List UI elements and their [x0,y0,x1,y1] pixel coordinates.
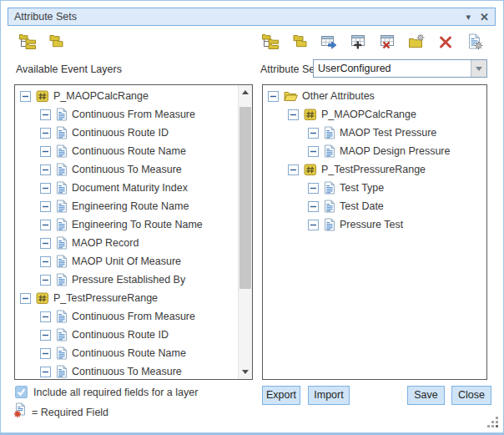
tree-row[interactable]: Pressure Established By [15,271,237,289]
folder-settings-icon[interactable] [408,33,425,50]
tree-row[interactable]: Engineering Route Name [15,197,237,215]
tree-item-label[interactable]: Continuous Route ID [72,329,169,341]
open-attribute-set-folders-icon[interactable] [48,33,64,50]
collapse-expander-icon[interactable] [40,238,51,249]
document-settings-icon[interactable] [466,33,483,50]
tree-row[interactable]: P_MAOPCalcRange [263,105,486,124]
add-table-icon[interactable] [350,33,366,50]
tree-row[interactable]: Continuous From Measure [15,307,237,326]
scroll-up-button[interactable] [239,86,252,99]
panel-menu-icon[interactable]: ▾ [466,13,471,22]
remove-table-icon[interactable] [379,33,396,50]
collapse-expander-icon[interactable] [40,164,51,175]
tree-row[interactable]: Continuous To Measure [15,362,237,379]
add-attribute-set-tree-icon[interactable] [262,33,279,50]
collapse-expander-icon[interactable] [40,128,51,139]
collapse-expander-icon[interactable] [40,275,51,286]
collapse-expander-icon[interactable] [308,128,319,139]
collapse-expander-icon[interactable] [40,348,51,359]
tree-item-label[interactable]: P_TestPressureRange [53,292,158,304]
tree-item-label[interactable]: MAOP Design Pressure [340,145,450,157]
collapse-expander-icon[interactable] [308,220,319,230]
tree-item-label[interactable]: Engineering Route Name [72,200,189,212]
collapse-expander-icon[interactable] [40,367,51,377]
tree-row[interactable]: MAOP Test Pressure [263,124,486,142]
required-field-icon [13,402,28,422]
scroll-down-button[interactable] [239,366,252,378]
tree-item-label[interactable]: Continuous To Measure [72,366,182,377]
include-required-fields-checkbox[interactable] [15,386,28,398]
tree-item-label[interactable]: Continuous From Measure [72,311,195,322]
save-button[interactable]: Save [407,386,445,405]
tree-row[interactable]: Test Date [263,197,486,215]
combobox-dropdown-button[interactable] [471,60,486,77]
tree-row[interactable]: P_TestPressureRange [263,160,486,179]
tree-row[interactable]: Continuous Route ID [15,326,237,344]
tree-item-label[interactable]: Engineering To Route Name [72,219,203,230]
tree-row[interactable]: Pressure Test [263,215,486,234]
collapse-expander-icon[interactable] [40,311,51,322]
collapse-expander-icon[interactable] [40,220,51,230]
close-button[interactable]: Close [451,386,491,405]
field-icon [324,144,335,158]
tree-item-label[interactable]: Other Attributes [302,90,375,102]
tree-item-label[interactable]: MAOP Record [72,237,139,249]
tree-item-label[interactable]: Pressure Established By [72,274,185,286]
tree-row[interactable]: MAOP Design Pressure [263,142,486,160]
scrollbar-thumb[interactable] [239,107,251,289]
tree-row[interactable]: Other Attributes [263,87,486,105]
tree-item-label[interactable]: Continuous To Measure [72,164,182,175]
tree-item-label[interactable]: P_MAOPCalcRange [321,109,416,120]
tree-item-label[interactable]: MAOP Unit Of Measure [72,255,181,267]
tree-item-label[interactable]: P_MAOPCalcRange [53,90,149,102]
tree-item-label[interactable]: Pressure Test [340,219,403,230]
collapse-expander-icon[interactable] [20,293,31,304]
resize-grip[interactable] [487,417,499,428]
collapse-expander-icon[interactable] [308,201,319,212]
tree-item-label[interactable]: Test Date [340,200,384,212]
event-layer-icon [304,163,317,176]
tree-row[interactable]: MAOP Record [15,234,237,252]
tree-item-label[interactable]: Document Maturity Index [72,182,188,194]
field-icon [56,126,68,139]
export-table-icon[interactable] [320,33,337,50]
tree-row[interactable]: P_TestPressureRange [15,289,237,307]
tree-item-label[interactable]: Test Type [340,182,384,194]
tree-row[interactable]: Continuous From Measure [15,105,237,124]
collapse-expander-icon[interactable] [40,330,51,341]
tree-row[interactable]: P_MAOPCalcRange [15,87,237,105]
attribute-set-combobox[interactable]: UserConfigured [313,59,487,78]
export-button[interactable]: Export [262,386,300,405]
collapse-expander-icon[interactable] [40,146,51,157]
tree-row[interactable]: Continuous Route ID [15,124,237,142]
collapse-expander-icon[interactable] [20,91,31,102]
tree-item-label[interactable]: Continuous Route Name [72,145,186,157]
collapse-expander-icon[interactable] [288,109,299,120]
tree-item-label[interactable]: Continuous Route Name [72,347,186,359]
tree-item-label[interactable]: P_TestPressureRange [321,164,426,175]
add-attribute-set-tree-icon[interactable] [19,33,36,50]
collapse-expander-icon[interactable] [40,183,51,194]
tree-row[interactable]: Engineering To Route Name [15,215,237,234]
collapse-expander-icon[interactable] [288,164,299,175]
tree-row[interactable]: Continuous To Measure [15,160,237,179]
tree-row[interactable]: MAOP Unit Of Measure [15,252,237,271]
collapse-expander-icon[interactable] [40,109,51,120]
import-button[interactable]: Import [308,386,350,405]
tree-row[interactable]: Continuous Route Name [15,142,237,160]
collapse-expander-icon[interactable] [308,146,319,157]
tree-row[interactable]: Test Type [263,179,486,197]
collapse-expander-icon[interactable] [40,201,51,212]
vertical-scrollbar[interactable] [238,85,252,379]
collapse-expander-icon[interactable] [308,183,319,194]
tree-row[interactable]: Document Maturity Index [15,179,237,197]
tree-item-label[interactable]: Continuous Route ID [72,127,169,139]
tree-row[interactable]: Continuous Route Name [15,344,237,362]
delete-icon[interactable] [437,33,454,50]
collapse-expander-icon[interactable] [268,91,279,102]
tree-item-label[interactable]: MAOP Test Pressure [340,127,436,139]
open-attribute-set-folders-icon[interactable] [291,33,308,50]
tree-item-label[interactable]: Continuous From Measure [72,109,195,120]
close-icon[interactable]: ✕ [480,12,489,23]
collapse-expander-icon[interactable] [40,256,51,267]
